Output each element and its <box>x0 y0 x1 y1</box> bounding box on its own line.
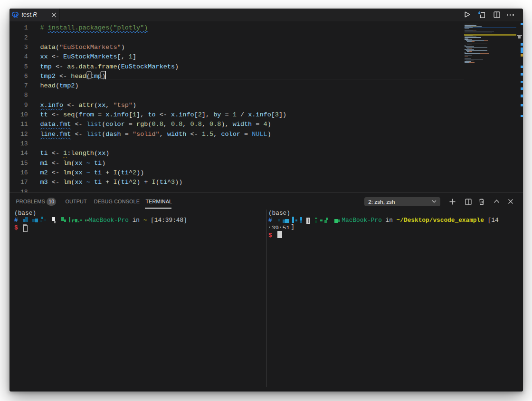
svg-text:R: R <box>13 12 18 18</box>
